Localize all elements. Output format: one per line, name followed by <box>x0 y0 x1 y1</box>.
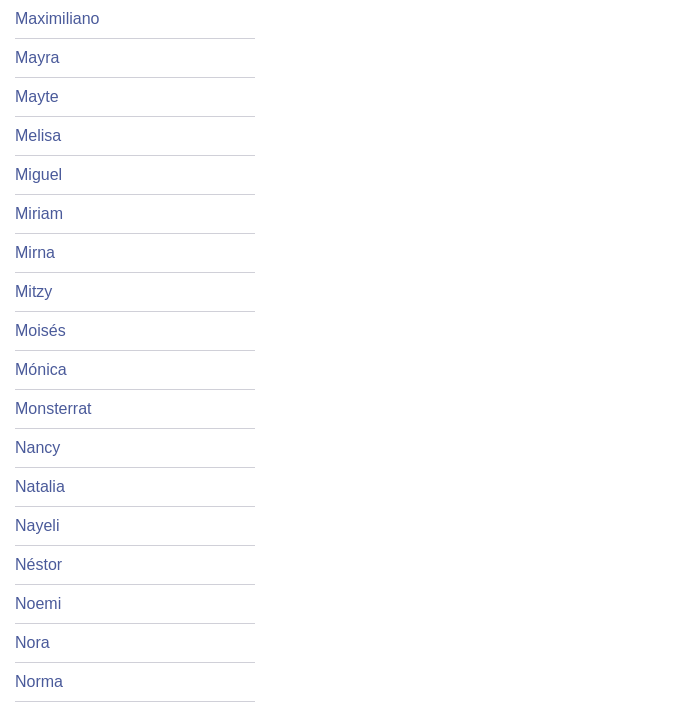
list-item[interactable]: Monsterrat <box>15 390 255 429</box>
list-item[interactable]: Mónica <box>15 351 255 390</box>
list-item[interactable]: Miguel <box>15 156 255 195</box>
names-list: MaximilianoMayraMayteMelisaMiguelMiriamM… <box>0 0 270 702</box>
list-item[interactable]: Nancy <box>15 429 255 468</box>
list-item[interactable]: Mayra <box>15 39 255 78</box>
list-item[interactable]: Moisés <box>15 312 255 351</box>
list-item[interactable]: Mirna <box>15 234 255 273</box>
list-item[interactable]: Maximiliano <box>15 0 255 39</box>
list-item[interactable]: Miriam <box>15 195 255 234</box>
list-item[interactable]: Mayte <box>15 78 255 117</box>
list-item[interactable]: Néstor <box>15 546 255 585</box>
list-item[interactable]: Norma <box>15 663 255 702</box>
list-item[interactable]: Melisa <box>15 117 255 156</box>
list-item[interactable]: Nayeli <box>15 507 255 546</box>
list-item[interactable]: Nora <box>15 624 255 663</box>
list-item[interactable]: Noemi <box>15 585 255 624</box>
list-item[interactable]: Natalia <box>15 468 255 507</box>
list-item[interactable]: Mitzy <box>15 273 255 312</box>
